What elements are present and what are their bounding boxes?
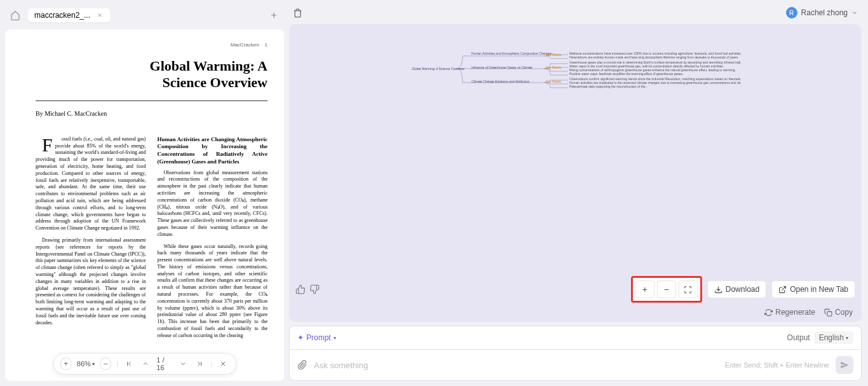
zoom-out-button[interactable]: −: [100, 357, 111, 370]
svg-text:Positive water vapor feedback : Positive water vapor feedback amplifies …: [569, 72, 683, 76]
regenerate-button[interactable]: Regenerate: [764, 308, 815, 317]
tab-bar: maccracken2_...: [5, 5, 284, 25]
add-tab-icon[interactable]: [266, 8, 281, 23]
svg-text:Global Warming: A Science Over: Global Warming: A Science Overview: [412, 67, 465, 71]
pdf-title: Global Warming: A Science Overview: [36, 58, 268, 92]
svg-text:Human Activities and Atmospher: Human Activities and Atmospheric Composi…: [471, 52, 552, 55]
mindmap-canvas: Global Warming: A Science Overview Human…: [289, 24, 862, 322]
avatar: R: [786, 7, 797, 18]
language-selector[interactable]: English ▾: [814, 331, 853, 344]
right-panel: R Rachel zhong Global Warming: A Science…: [289, 0, 868, 386]
svg-text:Climate Change Evidence and At: Climate Change Evidence and Attribution: [471, 79, 529, 83]
user-name: Rachel zhong: [801, 8, 848, 17]
close-toolbar-button[interactable]: [217, 357, 229, 370]
home-icon[interactable]: [8, 8, 23, 23]
first-page-button[interactable]: [123, 357, 135, 370]
output-actions: + − Download Open in New Tab Regenerate: [289, 271, 862, 322]
svg-text:Key Points: Key Points: [546, 53, 561, 57]
page-indicator: 1 / 16: [156, 356, 172, 371]
zoom-controls-highlighted: + −: [631, 276, 702, 303]
open-new-tab-button[interactable]: Open in New Tab: [771, 280, 855, 298]
user-menu[interactable]: R Rachel zhong: [786, 7, 858, 18]
prompt-area: ✦ Prompt ▾ Output English ▾ Enter Send; …: [289, 326, 862, 381]
pdf-viewer: MacCracken 1 Global Warming: A Science O…: [5, 29, 284, 381]
pdf-toolbar: + 86% ▾ − | 1 / 16 |: [53, 353, 236, 375]
zoom-level[interactable]: 86% ▾: [77, 360, 95, 368]
svg-text:Influence of Greenhouse Gases : Influence of Greenhouse Gases on Climate: [471, 65, 532, 69]
next-page-button[interactable]: [177, 357, 189, 370]
download-button[interactable]: Download: [707, 280, 766, 298]
svg-text:Paleoclimate data supporting t: Paleoclimate data supporting the reconst…: [569, 85, 648, 88]
mindmap-diagram[interactable]: Global Warming: A Science Overview Human…: [410, 43, 741, 100]
last-page-button[interactable]: [194, 357, 205, 370]
prev-page-button[interactable]: [140, 357, 151, 370]
pdf-page: MacCracken 1 Global Warming: A Science O…: [5, 29, 284, 381]
svg-text:Halocarbons are entirely human: Halocarbons are entirely human-made and …: [569, 55, 739, 59]
map-zoom-in-button[interactable]: +: [635, 280, 654, 298]
attachment-icon[interactable]: [297, 360, 308, 370]
thumbs-up-icon[interactable]: [295, 284, 306, 294]
map-fit-button[interactable]: [679, 280, 698, 298]
trash-icon[interactable]: [293, 8, 302, 18]
top-bar: R Rachel zhong: [289, 5, 862, 24]
chevron-down-icon: [851, 10, 858, 16]
svg-rect-16: [827, 311, 832, 315]
prompt-input[interactable]: [314, 361, 719, 370]
output-label: Output: [787, 333, 810, 342]
svg-text:Key Points: Key Points: [546, 79, 561, 83]
thumbs-down-icon[interactable]: [309, 284, 320, 294]
input-hint: Enter Send; Shift + Enter Newline: [725, 361, 829, 369]
prompt-selector[interactable]: ✦ Prompt ▾: [297, 333, 336, 342]
map-zoom-out-button[interactable]: −: [657, 280, 676, 298]
left-panel: maccracken2_... MacCracken 1 Global Warm…: [0, 0, 289, 386]
svg-text:Key Points: Key Points: [546, 65, 561, 69]
zoom-in-button[interactable]: +: [60, 357, 72, 370]
pdf-author: By Michael C. MacCracken: [36, 110, 268, 117]
close-icon[interactable]: [95, 11, 104, 20]
send-button[interactable]: [836, 356, 853, 374]
tab[interactable]: maccracken2_...: [28, 8, 111, 22]
copy-button[interactable]: Copy: [824, 308, 853, 317]
tab-title: maccracken2_...: [34, 11, 90, 20]
